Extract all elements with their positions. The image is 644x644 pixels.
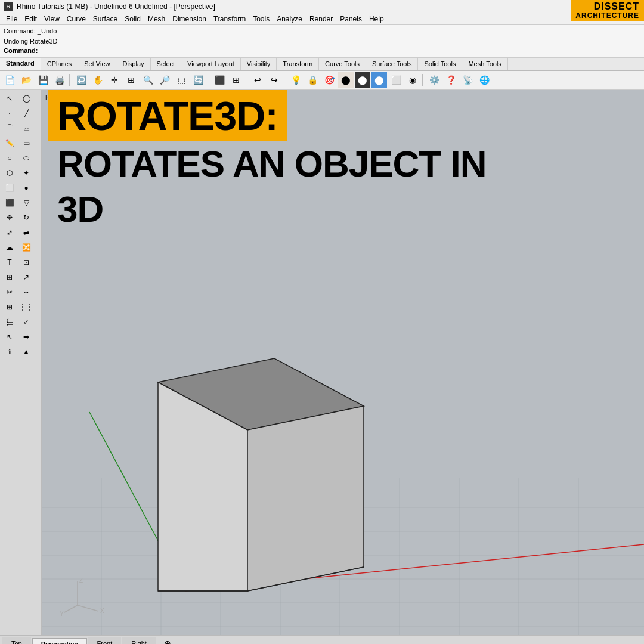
sb-row-12: T ⊡	[1, 255, 40, 270]
tb-new[interactable]: 📄	[2, 72, 17, 88]
tb-grid2[interactable]: ⊞	[228, 72, 244, 88]
tb-lights[interactable]: 💡	[288, 72, 304, 88]
menu-solid[interactable]: Solid	[121, 15, 144, 23]
sb-mirror[interactable]: ⇌	[18, 225, 35, 240]
vp-tab-top[interactable]: Top	[2, 637, 31, 644]
sb-row-11: ☁ 🔀	[1, 240, 40, 255]
menu-edit[interactable]: Edit	[21, 15, 41, 23]
menu-mesh[interactable]: Mesh	[144, 15, 169, 23]
sb-curve[interactable]: ⌒	[1, 121, 18, 135]
sb-point[interactable]: ·	[1, 106, 18, 120]
tb-color4[interactable]: ⬜	[388, 72, 404, 88]
tb-zoom-win[interactable]: ⬚	[174, 72, 189, 88]
menu-panels[interactable]: Panels	[336, 15, 366, 23]
tb-lock[interactable]: 🔒	[305, 72, 320, 88]
tb-print[interactable]: 🖨️	[52, 72, 67, 88]
menu-analyze[interactable]: Analyze	[273, 15, 306, 23]
sb-ellipse[interactable]: ⬭	[18, 151, 35, 165]
sb-sphere[interactable]: ●	[18, 181, 35, 195]
tab-solid-tools[interactable]: Solid Tools	[418, 58, 462, 70]
menu-dimension[interactable]: Dimension	[169, 15, 210, 23]
tab-standard[interactable]: Standard	[0, 58, 41, 70]
tb-color1[interactable]: ⬤	[338, 72, 354, 88]
sb-cursor2[interactable]: ↖	[1, 330, 18, 344]
tb-color2[interactable]: ⬤	[355, 72, 370, 88]
sb-box[interactable]: ⬜	[1, 181, 18, 195]
sb-circle[interactable]: ○	[1, 151, 18, 165]
sb-circle-sel[interactable]: ◯	[18, 91, 35, 106]
sb-extend[interactable]: ↔	[18, 285, 35, 299]
sb-rect[interactable]: ▭	[18, 136, 35, 150]
tb-help2[interactable]: ❓	[443, 72, 459, 88]
sb-line[interactable]: ╱	[18, 106, 35, 120]
sb-scale[interactable]: ⤢	[1, 225, 18, 240]
tab-transform[interactable]: Transform	[277, 58, 319, 70]
sb-freehand[interactable]: ✏️	[1, 136, 18, 150]
sb-polygon[interactable]: ⬡	[1, 166, 18, 180]
sb-move[interactable]: ✥	[1, 210, 18, 225]
tb-save[interactable]: 💾	[35, 72, 51, 88]
sb-dim[interactable]: ⊡	[18, 255, 35, 270]
sb-explode[interactable]: ↗	[18, 270, 35, 284]
vp-tab-add-icon[interactable]: ⊕	[160, 637, 175, 644]
sb-cyl[interactable]: ⬛	[1, 196, 18, 210]
tb-redo[interactable]: ↪	[267, 72, 282, 88]
sb-rotate[interactable]: ↻	[18, 210, 35, 225]
sb-triangle[interactable]: ▲	[18, 345, 35, 359]
tab-select[interactable]: Select	[151, 58, 182, 70]
sb-grid2[interactable]: ⊞	[1, 300, 18, 314]
command-prompt[interactable]: Command:	[4, 47, 38, 54]
tab-curve-tools[interactable]: Curve Tools	[319, 58, 366, 70]
sb-layer[interactable]: ⬱	[1, 315, 18, 329]
tab-display[interactable]: Display	[116, 58, 150, 70]
tab-mesh-tools[interactable]: Mesh Tools	[462, 58, 507, 70]
tb-zoom-out[interactable]: 🔎	[157, 72, 172, 88]
tb-undo2[interactable]: ↩	[250, 72, 265, 88]
menu-view[interactable]: View	[41, 15, 63, 23]
tb-render-preview[interactable]: ◉	[405, 72, 420, 88]
tab-visibility[interactable]: Visibility	[241, 58, 277, 70]
menu-tools[interactable]: Tools	[249, 15, 273, 23]
menu-transform[interactable]: Transform	[210, 15, 249, 23]
tb-zoom-ext[interactable]: ⊞	[123, 72, 139, 88]
menu-surface[interactable]: Surface	[89, 15, 121, 23]
sb-group[interactable]: ⊞	[1, 270, 18, 284]
tb-snap[interactable]: 🎯	[321, 72, 337, 88]
vp-tab-front[interactable]: Front	[88, 637, 122, 644]
tb-undo[interactable]: ↩️	[73, 72, 89, 88]
tb-color3[interactable]: ⬤	[371, 72, 387, 88]
sb-text[interactable]: T	[1, 255, 18, 270]
sb-drag[interactable]: ☁	[1, 240, 18, 255]
sb-cone[interactable]: ▽	[18, 196, 35, 210]
menu-help[interactable]: Help	[366, 15, 388, 23]
tb-grid[interactable]: ⬛	[212, 72, 227, 88]
sb-star[interactable]: ✦	[18, 166, 35, 180]
tb-globe[interactable]: 🌐	[476, 72, 492, 88]
tb-open[interactable]: 📂	[18, 72, 34, 88]
sb-dots[interactable]: ⋮⋮	[18, 300, 35, 314]
tb-zoom-in[interactable]: 🔍	[140, 72, 156, 88]
sb-arc[interactable]: ⌓	[18, 121, 35, 135]
svg-marker-19	[247, 406, 364, 591]
menu-file[interactable]: File	[2, 15, 21, 23]
viewport-perspective[interactable]: p	[42, 90, 644, 635]
tb-pan[interactable]: ✋	[90, 72, 106, 88]
sb-select[interactable]: ↖	[1, 91, 18, 106]
sb-info[interactable]: ℹ	[1, 345, 18, 359]
menu-curve[interactable]: Curve	[63, 15, 89, 23]
tab-set-view[interactable]: Set View	[78, 58, 116, 70]
sb-check[interactable]: ✓	[18, 315, 35, 329]
sb-arrow[interactable]: ➡	[18, 330, 35, 344]
vp-tab-right[interactable]: Right	[122, 637, 156, 644]
tb-network[interactable]: 📡	[460, 72, 475, 88]
vp-tab-perspective[interactable]: Perspective	[32, 638, 87, 645]
menu-render[interactable]: Render	[306, 15, 336, 23]
tab-cplanes[interactable]: CPlanes	[41, 58, 79, 70]
sb-deform[interactable]: 🔀	[18, 240, 35, 255]
tab-viewport-layout[interactable]: Viewport Layout	[181, 58, 241, 70]
sb-trim[interactable]: ✂	[1, 285, 18, 299]
tb-rotate[interactable]: 🔄	[190, 72, 206, 88]
tab-surface-tools[interactable]: Surface Tools	[366, 58, 418, 70]
tb-settings[interactable]: ⚙️	[426, 72, 442, 88]
tb-move[interactable]: ✛	[107, 72, 122, 88]
